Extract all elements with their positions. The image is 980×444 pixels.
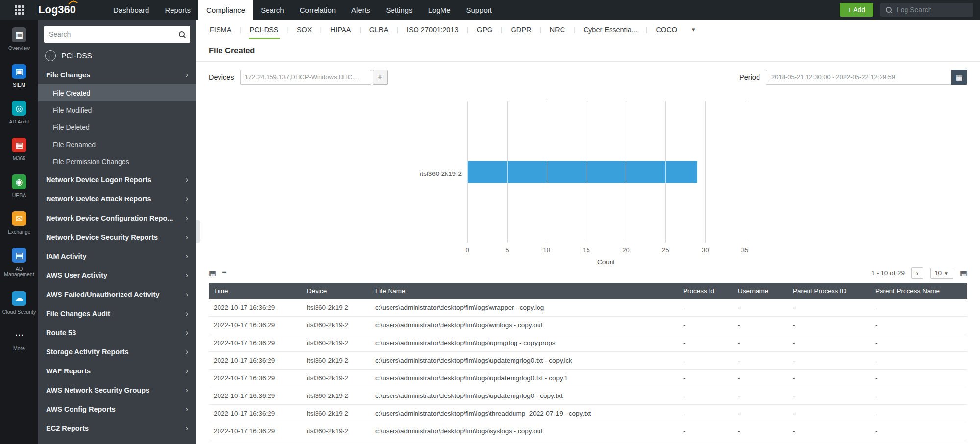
- compliance-tab[interactable]: GLBA: [352, 20, 389, 40]
- col-parent-process-id[interactable]: Parent Process ID: [788, 283, 870, 299]
- cell-time: 2022-10-17 16:36:29: [209, 422, 302, 440]
- module-icon: ✉: [12, 211, 26, 226]
- cell-file-name: c:\users\administrator\desktop\fim\logs\…: [370, 370, 678, 387]
- table-row[interactable]: 2022-10-17 16:36:29 itsl360-2k19-2 c:\us…: [209, 422, 967, 440]
- list-view-icon[interactable]: ≡: [222, 269, 226, 277]
- sidebar-search-input[interactable]: [49, 30, 179, 38]
- rail-item[interactable]: ◎ AD Audit: [1, 101, 37, 124]
- compliance-tab[interactable]: NRC: [532, 20, 566, 40]
- compliance-tab[interactable]: COCO: [638, 20, 678, 40]
- compliance-tab[interactable]: HIPAA: [313, 20, 352, 40]
- devices-input[interactable]: [240, 70, 371, 85]
- cell-username: -: [733, 352, 788, 370]
- rail-item[interactable]: ▦ M365: [1, 138, 37, 161]
- sidebar-search[interactable]: [44, 26, 190, 43]
- compliance-tab[interactable]: PCI-DSS: [232, 20, 279, 40]
- sidebar-back[interactable]: ← PCI-DSS: [38, 46, 196, 65]
- rail-item[interactable]: ▤ AD Management: [1, 248, 37, 277]
- sidebar-item[interactable]: File Changes ›: [38, 65, 196, 84]
- col-username[interactable]: Username: [733, 283, 788, 299]
- cell-process-id: -: [678, 334, 733, 352]
- log-search-box[interactable]: [880, 3, 973, 17]
- nav-item[interactable]: LogMe: [420, 0, 459, 20]
- sidebar-item[interactable]: File Modified ›: [38, 101, 196, 119]
- page-size-select[interactable]: 10▼: [930, 268, 953, 279]
- table-row[interactable]: 2022-10-17 16:36:29 itsl360-2k19-2 c:\us…: [209, 370, 967, 387]
- nav-item[interactable]: Compliance: [198, 0, 253, 20]
- nav-item[interactable]: Settings: [378, 0, 420, 20]
- table-row[interactable]: 2022-10-17 16:36:29 itsl360-2k19-2 c:\us…: [209, 405, 967, 422]
- period-input[interactable]: [766, 70, 951, 85]
- chart-gridline: [705, 101, 706, 243]
- sidebar-item[interactable]: AWS Network Security Groups ›: [38, 380, 196, 399]
- rail-item[interactable]: ⋯ More: [1, 328, 37, 351]
- sidebar-item[interactable]: File Created ›: [38, 84, 196, 101]
- nav-item[interactable]: Correlation: [292, 0, 343, 20]
- table-row[interactable]: 2022-10-17 16:36:29 itsl360-2k19-2 c:\us…: [209, 334, 967, 352]
- compliance-tab[interactable]: GDPR: [493, 20, 532, 40]
- nav-item[interactable]: Support: [459, 0, 500, 20]
- sidebar-item[interactable]: File Changes Audit ›: [38, 304, 196, 323]
- log-search-input[interactable]: [897, 6, 960, 14]
- cell-username: -: [733, 422, 788, 440]
- sidebar-item[interactable]: File Permission Changes ›: [38, 153, 196, 170]
- col-time[interactable]: Time: [209, 283, 302, 299]
- compliance-tab[interactable]: Cyber Essentia...: [566, 20, 638, 40]
- chart-bar[interactable]: [467, 161, 697, 183]
- nav-item[interactable]: Reports: [157, 0, 198, 20]
- compliance-tab[interactable]: GPG: [459, 20, 493, 40]
- nav-item[interactable]: Dashboard: [105, 0, 157, 20]
- compliance-tab[interactable]: ISO 27001:2013: [389, 20, 459, 40]
- table-row[interactable]: 2022-10-17 16:36:29 itsl360-2k19-2 c:\us…: [209, 387, 967, 405]
- sidebar-collapse-handle[interactable]: [196, 220, 200, 243]
- primary-nav: DashboardReportsComplianceSearchCorrelat…: [105, 0, 500, 20]
- export-icon[interactable]: ▦: [960, 269, 967, 277]
- sidebar-item[interactable]: Storage Activity Reports ›: [38, 342, 196, 361]
- add-device-button[interactable]: +: [373, 70, 388, 85]
- compliance-tab[interactable]: FISMA: [209, 20, 232, 40]
- col-device[interactable]: Device: [302, 283, 370, 299]
- grid-view-icon[interactable]: ▦: [209, 269, 216, 277]
- sidebar-item[interactable]: File Renamed ›: [38, 136, 196, 153]
- table-row[interactable]: 2022-10-17 16:36:29 itsl360-2k19-2 c:\us…: [209, 352, 967, 370]
- sidebar-item-label: AWS User Activity: [46, 271, 107, 279]
- col-process-id[interactable]: Process Id: [678, 283, 733, 299]
- rail-item[interactable]: ☁ Cloud Security: [1, 291, 37, 315]
- sidebar-item[interactable]: WAF Reports ›: [38, 361, 196, 380]
- chart-gridline: [745, 101, 745, 243]
- module-icon: ◎: [12, 101, 26, 116]
- sidebar-item-label: Network Device Configuration Repo...: [46, 214, 173, 222]
- module-icon: ⋯: [12, 328, 26, 343]
- sidebar-item[interactable]: Network Device Configuration Repo... ›: [38, 208, 196, 227]
- table-row[interactable]: 2022-10-17 16:36:29 itsl360-2k19-2 c:\us…: [209, 317, 967, 334]
- compliance-tab[interactable]: SOX: [280, 20, 313, 40]
- rail-item[interactable]: ◉ UEBA: [1, 174, 37, 198]
- page-size-value: 10: [934, 270, 942, 277]
- nav-item[interactable]: Search: [253, 0, 292, 20]
- more-tabs-dropdown-icon[interactable]: ▾: [692, 26, 695, 33]
- sidebar-item[interactable]: Network Device Attack Reports ›: [38, 189, 196, 208]
- sidebar-item[interactable]: AWS Failed/Unauthorized Activity ›: [38, 285, 196, 304]
- apps-grid-icon[interactable]: [0, 5, 38, 15]
- sidebar-item[interactable]: EC2 Reports ›: [38, 419, 196, 438]
- results-table: Time Device File Name Process Id Usernam…: [209, 283, 967, 440]
- col-file-name[interactable]: File Name: [370, 283, 678, 299]
- rail-item[interactable]: ✉ Exchange: [1, 211, 37, 235]
- rail-item[interactable]: ▣ SIEM: [1, 64, 37, 88]
- sidebar-item[interactable]: IAM Activity ›: [38, 247, 196, 266]
- cell-file-name: c:\users\administrator\desktop\fim\logs\…: [370, 405, 678, 422]
- sidebar-item[interactable]: AWS Config Reports ›: [38, 399, 196, 419]
- sidebar-item[interactable]: AWS User Activity ›: [38, 266, 196, 285]
- sidebar-item[interactable]: Network Device Security Reports ›: [38, 227, 196, 247]
- chevron-right-icon: ›: [186, 309, 188, 318]
- sidebar-item[interactable]: Route 53 ›: [38, 323, 196, 342]
- add-button[interactable]: + Add: [840, 3, 873, 17]
- col-parent-process-name[interactable]: Parent Process Name: [870, 283, 967, 299]
- nav-item[interactable]: Alerts: [343, 0, 378, 20]
- next-page-button[interactable]: ›: [911, 267, 923, 279]
- rail-item[interactable]: ▦ Overview: [1, 27, 37, 51]
- calendar-icon[interactable]: ▦: [951, 70, 967, 85]
- sidebar-item[interactable]: Network Device Logon Reports ›: [38, 170, 196, 189]
- table-row[interactable]: 2022-10-17 16:36:29 itsl360-2k19-2 c:\us…: [209, 299, 967, 317]
- sidebar-item[interactable]: File Deleted ›: [38, 119, 196, 136]
